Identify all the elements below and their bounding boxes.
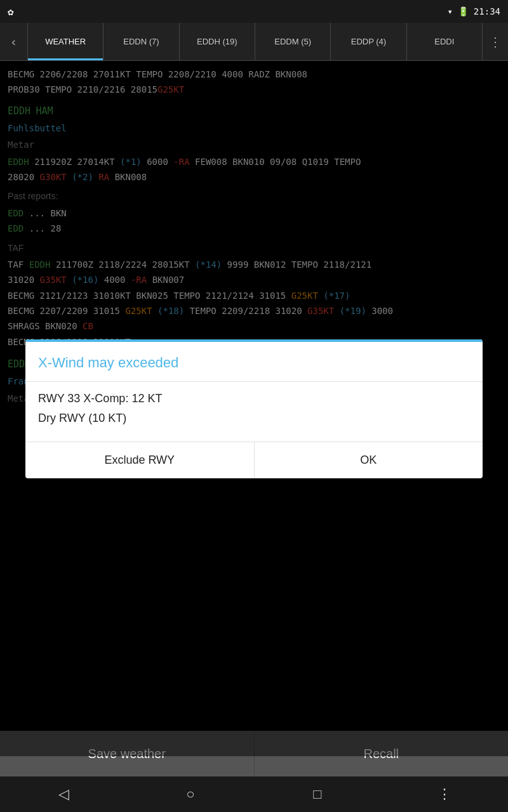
nav-square-icon: □	[313, 786, 321, 802]
tab-bar: ‹ WEATHER EDDN (7) EDDH (19) EDDM (5) ED…	[0, 23, 508, 61]
nav-back-icon: ◁	[58, 786, 69, 802]
back-chevron-icon: ‹	[10, 34, 17, 49]
status-bar: ✿ ▾ 🔋 21:34	[0, 0, 508, 23]
main-content: BECMG 2206/2208 27011KT TEMPO 2208/2210 …	[0, 61, 508, 756]
status-icons-right: ▾ 🔋 21:34	[447, 6, 500, 16]
dialog-title: X-Wind may exceeded	[25, 342, 483, 381]
nav-bar: ◁ ○ □ ⋮	[0, 776, 508, 812]
more-icon: ⋮	[489, 34, 502, 49]
tab-eddp[interactable]: EDDP (4)	[331, 23, 406, 60]
wifi-icon: ▾	[447, 6, 452, 16]
tab-weather[interactable]: WEATHER	[28, 23, 104, 60]
nav-more-icon: ⋮	[438, 786, 451, 802]
nav-recents-button[interactable]: □	[298, 782, 337, 807]
xwind-dialog: X-Wind may exceeded RWY 33 X-Comp: 12 KT…	[25, 339, 483, 478]
dialog-overlay: X-Wind may exceeded RWY 33 X-Comp: 12 KT…	[0, 61, 508, 756]
dialog-divider	[25, 381, 483, 382]
battery-icon: 🔋	[458, 6, 469, 16]
tab-more-button[interactable]: ⋮	[483, 23, 508, 60]
tab-eddh[interactable]: EDDH (19)	[180, 23, 255, 60]
nav-home-icon: ○	[186, 786, 194, 802]
tab-eddn[interactable]: EDDN (7)	[104, 23, 179, 60]
ok-button[interactable]: OK	[255, 442, 483, 478]
clock: 21:34	[474, 6, 500, 16]
tab-eddm[interactable]: EDDM (5)	[255, 23, 331, 60]
dialog-line2: Dry RWY (10 KT)	[38, 412, 470, 425]
nav-more-button[interactable]: ⋮	[425, 782, 464, 807]
dialog-actions: Exclude RWY OK	[25, 442, 483, 478]
status-icons-left: ✿	[8, 6, 14, 18]
nav-home-button[interactable]: ○	[171, 782, 210, 807]
exclude-rwy-button[interactable]: Exclude RWY	[25, 442, 254, 478]
nav-back-button[interactable]: ◁	[44, 782, 83, 807]
tab-back-button[interactable]: ‹	[0, 23, 28, 60]
dialog-body: RWY 33 X-Comp: 12 KT Dry RWY (10 KT)	[25, 392, 483, 442]
dialog-line1: RWY 33 X-Comp: 12 KT	[38, 392, 470, 405]
tab-eddi[interactable]: EDDI	[407, 23, 483, 60]
